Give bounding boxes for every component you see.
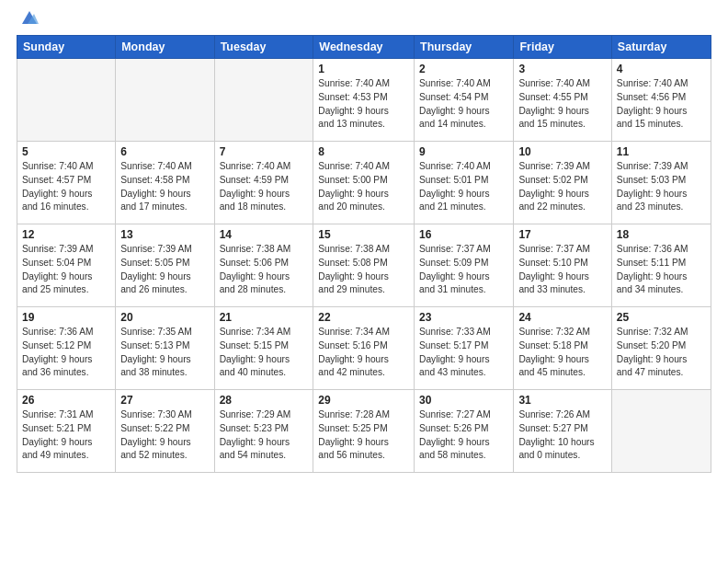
day-info: Sunrise: 7:40 AM Sunset: 4:59 PM Dayligh… <box>220 160 309 214</box>
calendar-cell <box>17 59 116 142</box>
day-number: 8 <box>318 145 409 158</box>
day-number: 6 <box>120 145 209 158</box>
calendar-cell: 3Sunrise: 7:40 AM Sunset: 4:55 PM Daylig… <box>514 59 611 142</box>
day-number: 24 <box>518 311 606 324</box>
calendar-cell: 18Sunrise: 7:36 AM Sunset: 5:11 PM Dayli… <box>611 224 711 307</box>
week-row-3: 12Sunrise: 7:39 AM Sunset: 5:04 PM Dayli… <box>17 224 711 307</box>
day-info: Sunrise: 7:38 AM Sunset: 5:08 PM Dayligh… <box>318 243 409 297</box>
day-number: 14 <box>220 228 309 241</box>
calendar-cell: 4Sunrise: 7:40 AM Sunset: 4:56 PM Daylig… <box>611 59 711 142</box>
week-row-5: 26Sunrise: 7:31 AM Sunset: 5:21 PM Dayli… <box>17 390 711 473</box>
day-number: 29 <box>318 394 409 407</box>
day-number: 9 <box>419 145 508 158</box>
calendar-cell: 20Sunrise: 7:35 AM Sunset: 5:13 PM Dayli… <box>116 307 214 390</box>
day-number: 26 <box>22 394 110 407</box>
day-number: 18 <box>617 228 706 241</box>
day-number: 17 <box>518 228 606 241</box>
weekday-header-row: SundayMondayTuesdayWednesdayThursdayFrid… <box>17 36 711 59</box>
weekday-header-monday: Monday <box>116 36 214 59</box>
weekday-header-friday: Friday <box>514 36 611 59</box>
day-info: Sunrise: 7:31 AM Sunset: 5:21 PM Dayligh… <box>22 408 110 463</box>
calendar-cell: 12Sunrise: 7:39 AM Sunset: 5:04 PM Dayli… <box>17 224 116 307</box>
calendar-cell: 1Sunrise: 7:40 AM Sunset: 4:53 PM Daylig… <box>313 59 415 142</box>
day-info: Sunrise: 7:40 AM Sunset: 4:55 PM Dayligh… <box>518 77 606 132</box>
calendar-cell: 26Sunrise: 7:31 AM Sunset: 5:21 PM Dayli… <box>17 390 116 473</box>
day-info: Sunrise: 7:40 AM Sunset: 4:56 PM Dayligh… <box>617 77 706 132</box>
day-info: Sunrise: 7:36 AM Sunset: 5:12 PM Dayligh… <box>22 326 110 380</box>
day-number: 19 <box>22 311 110 324</box>
weekday-header-thursday: Thursday <box>415 36 514 59</box>
calendar-cell: 23Sunrise: 7:33 AM Sunset: 5:17 PM Dayli… <box>415 307 514 390</box>
calendar-cell: 31Sunrise: 7:26 AM Sunset: 5:27 PM Dayli… <box>514 390 611 473</box>
weekday-header-wednesday: Wednesday <box>313 36 415 59</box>
weekday-header-sunday: Sunday <box>17 36 116 59</box>
day-number: 4 <box>617 63 706 75</box>
day-info: Sunrise: 7:36 AM Sunset: 5:11 PM Dayligh… <box>617 243 706 297</box>
day-info: Sunrise: 7:40 AM Sunset: 5:00 PM Dayligh… <box>318 160 409 214</box>
calendar-cell: 27Sunrise: 7:30 AM Sunset: 5:22 PM Dayli… <box>116 390 214 473</box>
day-info: Sunrise: 7:26 AM Sunset: 5:27 PM Dayligh… <box>518 408 606 463</box>
calendar-cell: 13Sunrise: 7:39 AM Sunset: 5:05 PM Dayli… <box>116 224 214 307</box>
calendar-cell: 24Sunrise: 7:32 AM Sunset: 5:18 PM Dayli… <box>514 307 611 390</box>
day-number: 11 <box>617 145 706 158</box>
day-number: 3 <box>518 63 606 75</box>
day-number: 7 <box>220 145 309 158</box>
day-info: Sunrise: 7:40 AM Sunset: 5:01 PM Dayligh… <box>419 160 508 214</box>
day-number: 31 <box>518 394 606 407</box>
day-info: Sunrise: 7:39 AM Sunset: 5:02 PM Dayligh… <box>518 160 606 214</box>
calendar-cell: 7Sunrise: 7:40 AM Sunset: 4:59 PM Daylig… <box>214 142 313 224</box>
day-number: 5 <box>22 145 110 158</box>
day-number: 13 <box>120 228 209 241</box>
day-info: Sunrise: 7:27 AM Sunset: 5:26 PM Dayligh… <box>419 408 508 463</box>
calendar-cell: 28Sunrise: 7:29 AM Sunset: 5:23 PM Dayli… <box>214 390 313 473</box>
day-number: 2 <box>419 63 508 75</box>
calendar-cell: 22Sunrise: 7:34 AM Sunset: 5:16 PM Dayli… <box>313 307 415 390</box>
weekday-header-saturday: Saturday <box>611 36 711 59</box>
day-info: Sunrise: 7:39 AM Sunset: 5:03 PM Dayligh… <box>617 160 706 214</box>
calendar-cell: 15Sunrise: 7:38 AM Sunset: 5:08 PM Dayli… <box>313 224 415 307</box>
calendar-table: SundayMondayTuesdayWednesdayThursdayFrid… <box>17 35 711 473</box>
day-info: Sunrise: 7:28 AM Sunset: 5:25 PM Dayligh… <box>318 408 409 463</box>
day-number: 10 <box>518 145 606 158</box>
day-number: 20 <box>120 311 209 324</box>
day-info: Sunrise: 7:40 AM Sunset: 4:54 PM Dayligh… <box>419 77 508 132</box>
day-number: 1 <box>318 63 409 75</box>
day-info: Sunrise: 7:32 AM Sunset: 5:18 PM Dayligh… <box>518 326 606 380</box>
weekday-header-tuesday: Tuesday <box>214 36 313 59</box>
calendar-cell <box>116 59 214 142</box>
day-info: Sunrise: 7:39 AM Sunset: 5:05 PM Dayligh… <box>120 243 209 297</box>
day-number: 22 <box>318 311 409 324</box>
day-info: Sunrise: 7:35 AM Sunset: 5:13 PM Dayligh… <box>120 326 209 380</box>
page: SundayMondayTuesdayWednesdayThursdayFrid… <box>0 0 728 563</box>
day-number: 25 <box>617 311 706 324</box>
calendar-cell: 5Sunrise: 7:40 AM Sunset: 4:57 PM Daylig… <box>17 142 116 224</box>
calendar-cell: 14Sunrise: 7:38 AM Sunset: 5:06 PM Dayli… <box>214 224 313 307</box>
day-info: Sunrise: 7:34 AM Sunset: 5:15 PM Dayligh… <box>220 326 309 380</box>
day-info: Sunrise: 7:37 AM Sunset: 5:09 PM Dayligh… <box>419 243 508 297</box>
calendar-cell <box>214 59 313 142</box>
day-info: Sunrise: 7:29 AM Sunset: 5:23 PM Dayligh… <box>220 408 309 463</box>
day-info: Sunrise: 7:40 AM Sunset: 4:58 PM Dayligh… <box>120 160 209 214</box>
calendar-cell: 8Sunrise: 7:40 AM Sunset: 5:00 PM Daylig… <box>313 142 415 224</box>
day-number: 16 <box>419 228 508 241</box>
day-info: Sunrise: 7:38 AM Sunset: 5:06 PM Dayligh… <box>220 243 309 297</box>
day-number: 30 <box>419 394 508 407</box>
day-info: Sunrise: 7:30 AM Sunset: 5:22 PM Dayligh… <box>120 408 209 463</box>
calendar-cell: 6Sunrise: 7:40 AM Sunset: 4:58 PM Daylig… <box>116 142 214 224</box>
day-info: Sunrise: 7:39 AM Sunset: 5:04 PM Dayligh… <box>22 243 110 297</box>
calendar-cell: 16Sunrise: 7:37 AM Sunset: 5:09 PM Dayli… <box>415 224 514 307</box>
calendar-cell: 11Sunrise: 7:39 AM Sunset: 5:03 PM Dayli… <box>611 142 711 224</box>
calendar-cell: 17Sunrise: 7:37 AM Sunset: 5:10 PM Dayli… <box>514 224 611 307</box>
calendar-cell <box>611 390 711 473</box>
calendar-cell: 19Sunrise: 7:36 AM Sunset: 5:12 PM Dayli… <box>17 307 116 390</box>
day-info: Sunrise: 7:34 AM Sunset: 5:16 PM Dayligh… <box>318 326 409 380</box>
day-number: 28 <box>220 394 309 407</box>
week-row-4: 19Sunrise: 7:36 AM Sunset: 5:12 PM Dayli… <box>17 307 711 390</box>
day-info: Sunrise: 7:40 AM Sunset: 4:53 PM Dayligh… <box>318 77 409 132</box>
calendar-cell: 9Sunrise: 7:40 AM Sunset: 5:01 PM Daylig… <box>415 142 514 224</box>
logo <box>17 9 39 28</box>
day-info: Sunrise: 7:32 AM Sunset: 5:20 PM Dayligh… <box>617 326 706 380</box>
day-number: 15 <box>318 228 409 241</box>
calendar-cell: 21Sunrise: 7:34 AM Sunset: 5:15 PM Dayli… <box>214 307 313 390</box>
header <box>17 9 711 28</box>
